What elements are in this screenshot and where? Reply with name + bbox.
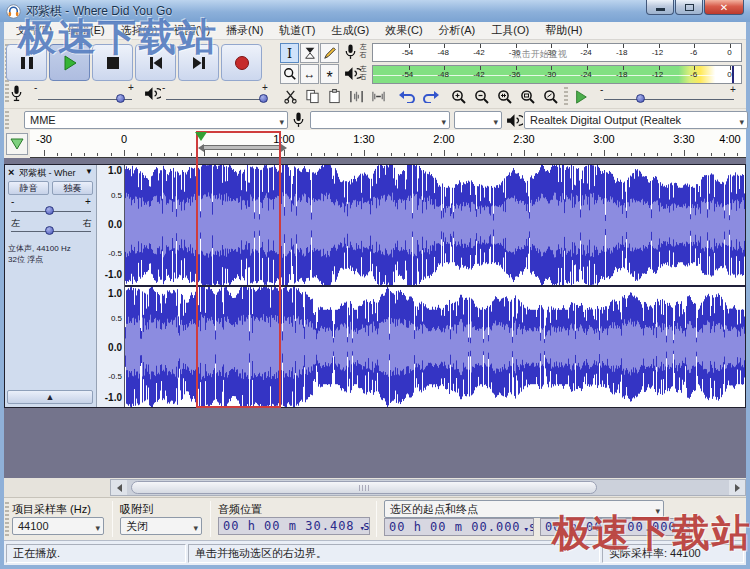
recording-volume-thumb[interactable] (116, 94, 125, 103)
toolbar-grip[interactable] (5, 502, 9, 536)
trim-audio-button[interactable] (346, 87, 367, 106)
maximize-button[interactable] (675, 0, 703, 15)
undo-button[interactable] (396, 87, 417, 106)
track-close-button[interactable]: × (8, 166, 14, 178)
audio-position-field[interactable]: 00 h 00 m 30.408 s▾ (218, 517, 370, 535)
meter-monitor-hint[interactable]: 点击开始监视 (513, 48, 567, 61)
timeline-tick (511, 153, 512, 156)
mute-button[interactable]: 静音 (8, 181, 49, 195)
selection-start-field[interactable]: 00 h 00 m 00.000 s▾ (384, 518, 534, 536)
close-button[interactable]: ✕ (704, 0, 744, 15)
timeline-tick (311, 153, 312, 156)
fit-project-button[interactable] (517, 87, 538, 106)
collapse-track-button[interactable]: ▲ (7, 390, 93, 404)
timeline-tick (404, 153, 405, 156)
meter-tick-label: -24 (580, 70, 592, 79)
recording-channels-dropdown[interactable]: ▾ (454, 111, 502, 129)
timeline-ruler[interactable]: -3001:001:302:002:303:003:304:00 (30, 130, 746, 158)
meter-tick-label: -42 (473, 48, 485, 57)
meter-tick-label: -48 (437, 48, 449, 57)
timeline-tick (124, 150, 125, 156)
meter-channel-divider (373, 75, 741, 76)
track-name[interactable]: 邓紫棋 - Wher (19, 167, 81, 180)
meter-tick-label: 0 (727, 70, 731, 79)
vertical-scale-ruler[interactable]: 1.00.50.0-0.5-1.01.00.50.0-0.5-1.0 (97, 165, 125, 407)
scroll-right-icon (735, 484, 740, 492)
menu-item-5[interactable]: 播录(N) (218, 22, 271, 39)
silence-audio-button[interactable] (368, 87, 389, 106)
playback-volume-thumb[interactable] (259, 94, 268, 103)
zoom-toggle-button[interactable] (540, 87, 561, 106)
zoom-tool-button[interactable] (280, 64, 299, 84)
playback-meter[interactable]: -54-48-42-36-30-24-18-12-60 (372, 65, 742, 84)
recording-meter[interactable]: -54-48-42-36-30-24-18-12-60点击开始监视 (372, 43, 742, 62)
timeline-tick (284, 150, 285, 156)
cut-button[interactable] (280, 87, 301, 106)
dropdown-caret-icon: ▾ (360, 520, 366, 535)
menu-item-9[interactable]: 分析(A) (431, 22, 484, 39)
record-button[interactable] (221, 44, 262, 81)
toolbar-separator (376, 501, 377, 537)
track-format-line2: 32位 浮点 (8, 254, 43, 265)
timeline-label-2:30: 2:30 (513, 133, 534, 145)
recording-meter-channel-labels: 左右 (357, 43, 369, 59)
timeline-tick (724, 153, 725, 156)
speed-slider-max: + (730, 84, 736, 95)
horizontal-scrollbar[interactable] (110, 479, 746, 496)
recording-volume-max: + (128, 82, 134, 93)
zoom-out-icon (474, 89, 490, 105)
menu-item-10[interactable]: 工具(O) (483, 22, 537, 39)
pan-right-label: 右 (83, 217, 92, 230)
timeline-tick (417, 153, 418, 156)
playhead-marker-icon[interactable] (195, 132, 207, 141)
timeline-tick (151, 153, 152, 156)
timeline-options-button[interactable] (6, 133, 28, 155)
timeline-label-4:00: 4:00 (719, 133, 740, 145)
minimize-button[interactable] (646, 0, 674, 15)
gain-slider-thumb[interactable] (45, 206, 54, 215)
timeline-tick (457, 153, 458, 156)
audio-host-dropdown[interactable]: MME▾ (24, 111, 288, 129)
solo-button[interactable]: 独奏 (52, 181, 93, 195)
scroll-left-button[interactable] (111, 480, 127, 495)
speed-slider[interactable] (604, 99, 734, 100)
playback-device-dropdown[interactable]: Realtek Digital Output (Realtek▾ (524, 111, 748, 129)
track-area[interactable]: × 邓紫棋 - Wher ▼ 静音 独奏 - + 左 右 立体声, 44100 … (4, 158, 746, 478)
menu-item-8[interactable]: 效果(C) (377, 22, 430, 39)
timeline-tick (591, 153, 592, 156)
snap-to-dropdown[interactable]: 关闭▾ (120, 517, 202, 535)
speed-slider-thumb[interactable] (636, 94, 645, 103)
track-menu-caret-icon[interactable]: ▼ (85, 167, 93, 176)
playback-volume-slider[interactable] (166, 99, 266, 100)
project-rate-dropdown[interactable]: 44100▾ (12, 517, 104, 535)
toolbar-grip[interactable] (564, 87, 568, 105)
timeline-tick (684, 150, 685, 156)
scroll-right-button[interactable] (729, 480, 745, 495)
zoom-in-button[interactable] (448, 87, 469, 106)
menu-item-6[interactable]: 轨道(T) (271, 22, 323, 39)
playback-volume-min: - (162, 82, 165, 93)
pencil-icon (323, 46, 337, 60)
paste-button[interactable] (324, 87, 345, 106)
dropdown-caret-icon: ▾ (524, 521, 530, 536)
fit-selection-button[interactable] (494, 87, 515, 106)
draw-tool-button[interactable] (320, 43, 339, 63)
zoom-out-button[interactable] (471, 87, 492, 106)
play-at-speed-button[interactable] (570, 87, 591, 106)
timeline-tick (697, 153, 698, 156)
redo-button[interactable] (420, 87, 441, 106)
multi-tool-button[interactable]: * (320, 64, 339, 84)
project-rate-label: 项目采样率 (Hz) (12, 502, 91, 517)
selection-tool-button[interactable]: I (280, 43, 299, 63)
copy-button[interactable] (302, 87, 323, 106)
pan-slider-thumb[interactable] (45, 226, 54, 235)
timeline-tick (377, 153, 378, 156)
paste-icon (327, 89, 342, 104)
recording-device-dropdown[interactable]: ▾ (310, 111, 450, 129)
envelope-tool-button[interactable] (300, 43, 319, 63)
menu-item-11[interactable]: 帮助(H) (537, 22, 590, 39)
menu-item-7[interactable]: 生成(G) (323, 22, 377, 39)
time-shift-tool-button[interactable]: ↔ (300, 64, 319, 84)
toolbar-grip[interactable] (5, 111, 9, 129)
scrollbar-thumb[interactable] (131, 481, 597, 494)
